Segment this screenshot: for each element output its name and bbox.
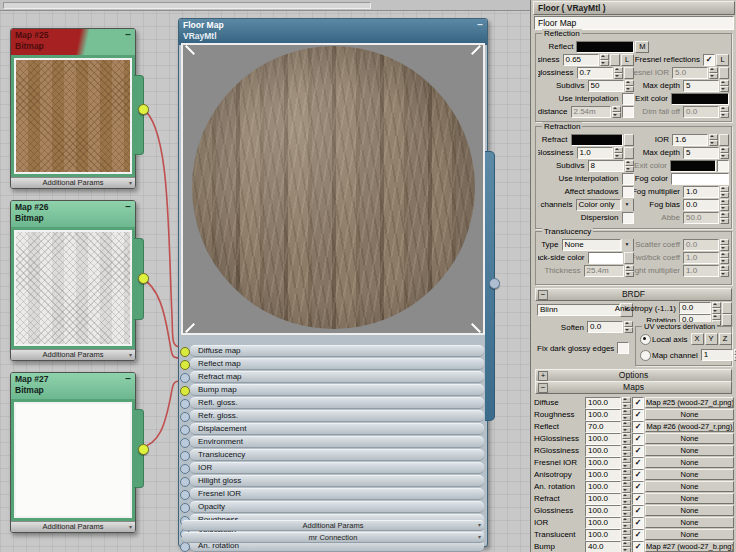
spinner[interactable] bbox=[622, 505, 631, 517]
spinner[interactable] bbox=[622, 517, 631, 529]
map-amount-field[interactable]: 100.0 bbox=[585, 493, 621, 505]
fog-color-swatch[interactable] bbox=[671, 173, 729, 185]
reflect-color-swatch[interactable] bbox=[576, 41, 634, 53]
axis-x-button[interactable]: X bbox=[691, 333, 704, 345]
slot-socket[interactable] bbox=[180, 399, 190, 409]
map-amount-field[interactable]: 100.0 bbox=[585, 457, 621, 469]
slot-socket[interactable] bbox=[180, 438, 190, 448]
floor-slot-ior[interactable]: IOR bbox=[190, 462, 484, 474]
spinner[interactable] bbox=[625, 80, 634, 92]
floor-slot-translucency[interactable]: Translucency bbox=[190, 449, 484, 461]
refract-map-button[interactable] bbox=[624, 134, 634, 146]
spinner[interactable] bbox=[622, 493, 631, 505]
node-map27-output-socket[interactable] bbox=[138, 444, 149, 455]
spinner[interactable] bbox=[622, 433, 631, 445]
map-slot-button-refract[interactable]: None bbox=[645, 493, 734, 504]
spinner[interactable] bbox=[622, 469, 631, 481]
floor-slot-hilight-gloss[interactable]: Hilight gloss bbox=[190, 475, 484, 487]
map-enable-checkbox[interactable]: ✓ bbox=[632, 529, 644, 541]
node-map25-output-socket[interactable] bbox=[138, 104, 149, 115]
refract-color-swatch[interactable] bbox=[571, 134, 623, 146]
refraction-glossiness-field[interactable]: 1.0 bbox=[577, 147, 613, 159]
map-enable-checkbox[interactable]: ✓ bbox=[632, 493, 644, 505]
floor-slot-displacement[interactable]: Displacement bbox=[190, 423, 484, 435]
map-enable-checkbox[interactable]: ✓ bbox=[632, 517, 644, 529]
refraction-subdivs-field[interactable]: 8 bbox=[588, 160, 624, 172]
anisotropy-field[interactable]: 0.0 bbox=[679, 302, 711, 314]
spinner[interactable] bbox=[622, 421, 631, 433]
map-slot-button-diffuse[interactable]: Map #25 (wood-27_d.png) bbox=[645, 397, 734, 408]
ior-lock-button[interactable] bbox=[719, 134, 729, 146]
wire-bump-map[interactable] bbox=[140, 381, 180, 448]
spinner[interactable] bbox=[612, 106, 621, 118]
fresnel-reflections-checkbox[interactable]: ✓ bbox=[703, 54, 715, 66]
map-enable-checkbox[interactable]: ✓ bbox=[632, 433, 644, 445]
map-amount-field[interactable]: 100.0 bbox=[585, 529, 621, 541]
spinner[interactable] bbox=[625, 160, 634, 172]
dispersion-checkbox[interactable]: ✓ bbox=[622, 212, 634, 224]
spinner[interactable] bbox=[614, 147, 623, 159]
translucency-type-dropdown[interactable]: None ▼ bbox=[562, 239, 634, 251]
node-map26-header[interactable]: Map #26 Bitmap − bbox=[11, 201, 135, 227]
map-amount-field[interactable]: 100.0 bbox=[585, 481, 621, 493]
map-enable-checkbox[interactable]: ✓ bbox=[632, 421, 644, 433]
map-enable-checkbox[interactable]: ✓ bbox=[632, 505, 644, 517]
node-floor-header[interactable]: Floor Map VRayMtl − bbox=[179, 19, 487, 45]
material-preview[interactable] bbox=[181, 43, 485, 335]
spinner[interactable] bbox=[712, 302, 721, 314]
wire-diffuse-map[interactable] bbox=[142, 108, 180, 347]
slot-socket[interactable] bbox=[180, 386, 190, 396]
slot-socket[interactable] bbox=[180, 412, 190, 422]
axis-y-button[interactable]: Y bbox=[705, 333, 718, 345]
refraction-max-depth-field[interactable]: 5 bbox=[683, 147, 719, 159]
back-side-color-map-button[interactable] bbox=[624, 252, 634, 264]
floor-slot-fresnel-ior[interactable]: Fresnel IOR bbox=[190, 488, 484, 500]
affect-channels-dropdown[interactable]: Color only ▼ bbox=[576, 199, 634, 211]
map-slot-button-anisotropy[interactable]: None bbox=[645, 469, 734, 480]
spinner[interactable] bbox=[622, 529, 631, 541]
node-map27-header[interactable]: Map #27 Bitmap − bbox=[11, 373, 135, 399]
map-amount-field[interactable]: 100.0 bbox=[585, 445, 621, 457]
dim-distance-checkbox[interactable]: ✓ bbox=[622, 106, 634, 118]
map-channel-field[interactable]: 1 bbox=[701, 349, 733, 361]
map-slot-button-rglossiness[interactable]: None bbox=[645, 445, 734, 456]
reflection-use-interpolation-checkbox[interactable]: ✓ bbox=[622, 93, 634, 105]
floor-slot-reflect-map[interactable]: Reflect map bbox=[190, 358, 484, 370]
fresnel-l-button[interactable]: L bbox=[716, 54, 729, 66]
spinner[interactable] bbox=[720, 147, 729, 159]
slot-socket[interactable] bbox=[180, 490, 190, 500]
spinner[interactable] bbox=[720, 199, 729, 211]
refraction-exit-color-checkbox[interactable]: ✓ bbox=[717, 160, 729, 172]
collapse-icon[interactable]: − bbox=[125, 29, 131, 40]
slot-socket[interactable] bbox=[180, 373, 190, 383]
material-name-field[interactable]: Floor Map bbox=[534, 16, 734, 30]
map-channel-radio[interactable] bbox=[640, 350, 651, 361]
node-map25[interactable]: Map #25 Bitmap − Additional Params ▾ bbox=[10, 28, 136, 189]
wire-reflect-map[interactable] bbox=[140, 277, 180, 358]
node-map26-footer[interactable]: Additional Params ▾ bbox=[11, 349, 135, 360]
node-map26[interactable]: Map #26 Bitmap − Additional Params ▾ bbox=[10, 200, 136, 361]
collapse-icon[interactable]: − bbox=[538, 290, 548, 300]
spinner[interactable] bbox=[600, 54, 609, 66]
local-axis-radio[interactable] bbox=[640, 334, 651, 345]
floor-slot-refr-gloss[interactable]: Refr. gloss. bbox=[190, 410, 484, 422]
spinner[interactable] bbox=[720, 80, 729, 92]
spinner[interactable] bbox=[720, 265, 729, 277]
hilight-glossiness-lock-button[interactable] bbox=[610, 54, 620, 66]
ior-field[interactable]: 1.6 bbox=[672, 134, 708, 146]
map-amount-field[interactable]: 100.0 bbox=[585, 469, 621, 481]
spinner[interactable] bbox=[720, 212, 729, 224]
spinner[interactable] bbox=[622, 541, 631, 552]
brdf-rollout-bar[interactable]: − BRDF bbox=[535, 288, 732, 301]
spinner[interactable] bbox=[720, 106, 729, 118]
node-map25-header[interactable]: Map #25 Bitmap − bbox=[11, 29, 135, 55]
spinner-down-icon[interactable] bbox=[622, 547, 631, 552]
anisotropy-lock-button[interactable] bbox=[722, 302, 732, 314]
map-slot-button-fresnel-ior[interactable]: None bbox=[645, 457, 734, 468]
map-slot-button-translucent[interactable]: None bbox=[645, 529, 734, 540]
map-enable-checkbox[interactable]: ✓ bbox=[632, 409, 644, 421]
collapse-icon[interactable]: − bbox=[125, 201, 131, 212]
node-floor-map[interactable]: Floor Map VRayMtl − Diffuse mapReflect m… bbox=[178, 18, 488, 547]
refraction-use-interpolation-checkbox[interactable]: ✓ bbox=[622, 173, 634, 185]
back-side-color-swatch[interactable] bbox=[588, 252, 623, 264]
